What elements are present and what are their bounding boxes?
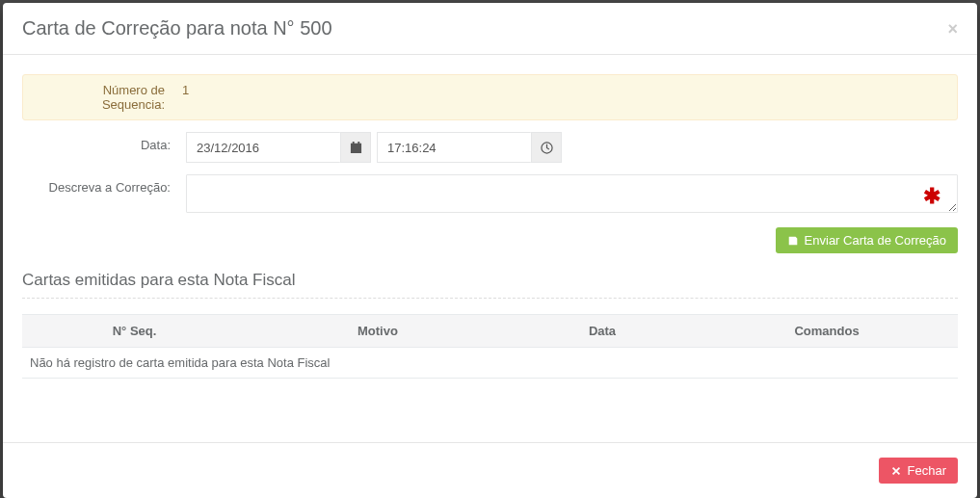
section-divider bbox=[22, 298, 958, 299]
description-wrap: ✱ bbox=[186, 174, 958, 216]
x-icon bbox=[890, 465, 902, 477]
description-row: Descreva a Correção: ✱ bbox=[22, 174, 958, 216]
send-button-row: Enviar Carta de Correção bbox=[22, 227, 958, 253]
clock-icon[interactable] bbox=[531, 132, 562, 163]
close-button[interactable]: Fechar bbox=[879, 458, 958, 484]
table-row: Não há registro de carta emitida para es… bbox=[22, 348, 958, 379]
send-correction-button[interactable]: Enviar Carta de Correção bbox=[776, 227, 958, 253]
sequence-label: Número de Sequencia: bbox=[38, 83, 182, 112]
close-icon[interactable]: × bbox=[947, 20, 958, 38]
modal-footer: Fechar bbox=[3, 442, 977, 498]
issued-letters-heading: Cartas emitidas para esta Nota Fiscal bbox=[22, 271, 958, 290]
col-comandos: Comandos bbox=[696, 315, 958, 348]
modal-body: Número de Sequencia: 1 Data: bbox=[3, 55, 977, 442]
modal-title: Carta de Correção para nota N° 500 bbox=[22, 17, 332, 39]
calendar-icon[interactable] bbox=[340, 132, 371, 163]
date-input-group bbox=[186, 132, 371, 163]
send-button-label: Enviar Carta de Correção bbox=[805, 233, 946, 248]
date-label: Data: bbox=[22, 132, 186, 152]
modal-dialog: Carta de Correção para nota N° 500 × Núm… bbox=[3, 3, 977, 498]
issued-letters-table: N° Seq. Motivo Data Comandos Não há regi… bbox=[22, 314, 958, 379]
close-button-label: Fechar bbox=[908, 463, 946, 478]
date-row: Data: bbox=[22, 132, 958, 163]
time-input-group bbox=[377, 132, 562, 163]
sequence-alert: Número de Sequencia: 1 bbox=[22, 74, 958, 120]
col-seq: N° Seq. bbox=[22, 315, 247, 348]
modal-header: Carta de Correção para nota N° 500 × bbox=[3, 3, 977, 55]
description-textarea[interactable] bbox=[186, 174, 958, 213]
sequence-value: 1 bbox=[182, 83, 189, 97]
empty-message: Não há registro de carta emitida para es… bbox=[22, 348, 958, 379]
time-input[interactable] bbox=[377, 132, 531, 163]
table-header-row: N° Seq. Motivo Data Comandos bbox=[22, 315, 958, 348]
description-label: Descreva a Correção: bbox=[22, 174, 186, 195]
save-icon bbox=[787, 235, 799, 247]
col-data: Data bbox=[509, 315, 696, 348]
date-input[interactable] bbox=[186, 132, 340, 163]
col-motivo: Motivo bbox=[247, 315, 509, 348]
